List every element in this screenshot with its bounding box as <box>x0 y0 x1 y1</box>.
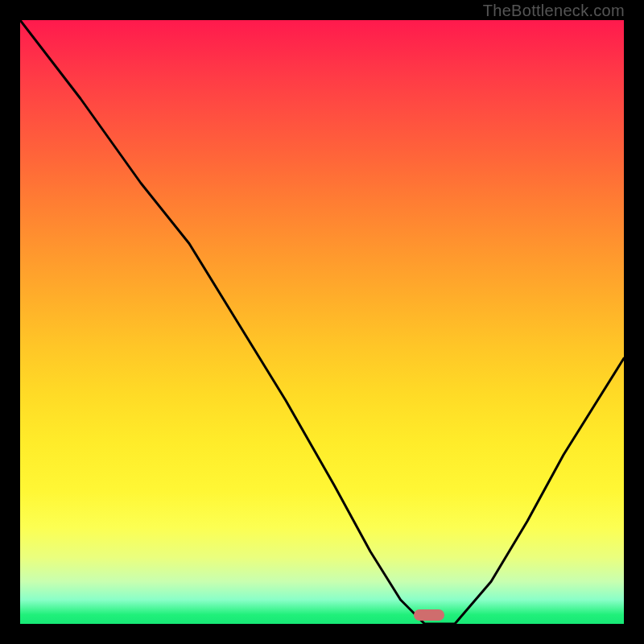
chart-frame: TheBottleneck.com <box>16 16 628 628</box>
optimal-point-marker <box>414 609 444 621</box>
chart-plot-area <box>20 20 624 624</box>
watermark-text: TheBottleneck.com <box>483 2 625 20</box>
bottleneck-curve <box>20 20 624 624</box>
